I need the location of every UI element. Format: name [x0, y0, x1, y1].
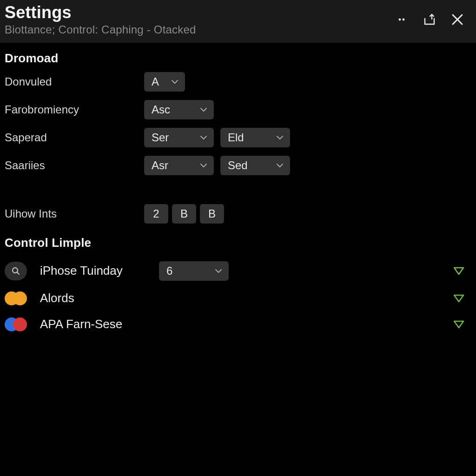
content: Dromoad Donvuled A Farobromiency Asc Sap… [0, 43, 476, 337]
chevron-down-icon [200, 163, 207, 168]
donvuled-label: Donvuled [5, 75, 144, 88]
saperad-select-2-value: Eld [228, 131, 244, 144]
uihow-pill-0[interactable]: 2 [144, 204, 168, 224]
section-dromoad-title: Dromoad [5, 51, 471, 66]
iphose-select-value: 6 [166, 264, 172, 278]
export-icon[interactable] [422, 12, 437, 27]
iphose-label: iPhose Tuinday [40, 264, 149, 278]
chevron-down-icon [276, 163, 284, 168]
section-control-limple-title: Control Limple [5, 236, 471, 250]
chevron-down-icon [200, 107, 207, 112]
farobromiency-label: Farobromiency [5, 103, 144, 116]
header-left: Settings Biottance; Control: Caphing - O… [5, 4, 196, 36]
saperad-label: Saperad [5, 131, 144, 144]
iphose-select[interactable]: 6 [159, 261, 229, 281]
saperad-select-1[interactable]: Ser [144, 128, 214, 147]
expand-triangle-icon[interactable] [453, 320, 465, 329]
saariies-select-1[interactable]: Asr [144, 156, 214, 175]
row-uihow-ints: Uihow Ints 2 B B [5, 204, 471, 224]
svg-marker-7 [454, 268, 463, 274]
header-bar: Settings Biottance; Control: Caphing - O… [0, 0, 476, 43]
chevron-down-icon [276, 135, 284, 140]
saperad-select-2[interactable]: Eld [220, 128, 290, 147]
limple-row-iphose: iPhose Tuinday 6 [5, 257, 471, 285]
saariies-select-2-value: Sed [228, 159, 248, 172]
alords-color-icon [5, 290, 27, 307]
svg-marker-9 [454, 321, 463, 328]
apa-label: APA Farn-Sese [40, 317, 122, 331]
header-actions [394, 4, 469, 27]
saariies-select-2[interactable]: Sed [220, 156, 290, 175]
alords-label: Alords [40, 291, 74, 305]
row-farobromiency: Farobromiency Asc [5, 100, 471, 119]
chevron-down-icon [171, 79, 178, 84]
expand-triangle-icon[interactable] [453, 266, 465, 276]
row-saariies: Saariies Asr Sed [5, 156, 471, 175]
more-icon[interactable] [394, 12, 409, 27]
farobromiency-select-value: Asc [152, 103, 170, 116]
limple-row-apa: APA Farn-Sese [5, 311, 471, 337]
saariies-label: Saariies [5, 159, 144, 172]
svg-point-1 [403, 19, 405, 21]
saariies-select-1-value: Asr [152, 159, 168, 172]
svg-marker-8 [454, 295, 463, 302]
row-saperad: Saperad Ser Eld [5, 128, 471, 147]
apa-color-icon [5, 316, 27, 333]
donvuled-select[interactable]: A [144, 72, 185, 92]
close-icon[interactable] [450, 12, 465, 27]
search-icon[interactable] [5, 262, 27, 280]
expand-triangle-icon[interactable] [453, 294, 465, 303]
page-title: Settings [5, 4, 196, 21]
color-dot [13, 317, 27, 331]
farobromiency-select[interactable]: Asc [144, 100, 214, 119]
donvuled-select-value: A [152, 75, 159, 88]
uihow-pill-1[interactable]: B [172, 204, 196, 224]
uihow-ints-label: Uihow Ints [5, 207, 144, 220]
chevron-down-icon [200, 135, 207, 140]
page-subtitle: Biottance; Control: Caphing - Otacked [5, 23, 196, 36]
limple-row-alords: Alords [5, 285, 471, 311]
uihow-pill-2[interactable]: B [200, 204, 224, 224]
color-dot [13, 291, 27, 305]
chevron-down-icon [215, 269, 222, 273]
saperad-select-1-value: Ser [152, 131, 169, 144]
svg-line-6 [17, 272, 19, 274]
svg-point-0 [399, 19, 401, 21]
row-donvuled: Donvuled A [5, 72, 471, 92]
